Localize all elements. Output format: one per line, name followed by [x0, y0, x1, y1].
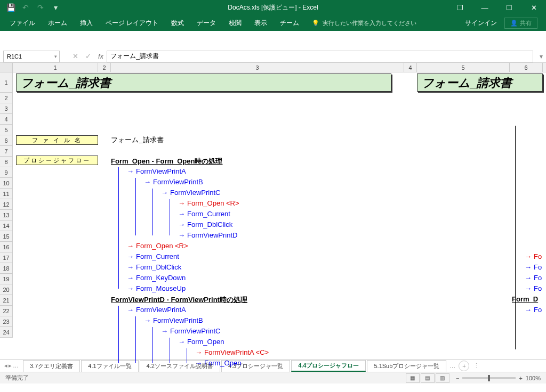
view-pagebreak-button[interactable]: ▥ — [436, 373, 449, 383]
col-header-4[interactable]: 4 — [404, 63, 417, 72]
sheet-tab[interactable]: 3.7クエリ定義書 — [23, 360, 80, 372]
tab-formulas[interactable]: 数式 — [165, 15, 190, 31]
label-filename[interactable]: フ ァ イ ル 名 — [16, 135, 98, 145]
filename-value[interactable]: フォーム_請求書 — [111, 135, 164, 145]
row-header-6[interactable]: 6 — [0, 135, 13, 146]
ribbon-options-button[interactable]: ❐ — [448, 0, 472, 15]
col-header-5[interactable]: 5 — [417, 63, 510, 72]
row-header-2[interactable]: 2 — [0, 93, 13, 103]
label-procflow[interactable]: プロシージャフロー — [16, 156, 98, 165]
tab-data[interactable]: データ — [190, 15, 222, 31]
flow-item[interactable]: →Form_Current — [178, 210, 230, 218]
row-header-3[interactable]: 3 — [0, 103, 13, 114]
row-header-10[interactable]: 10 — [0, 178, 13, 189]
title-cell-1[interactable]: フォーム_請求書 — [16, 74, 391, 92]
row-header-11[interactable]: 11 — [0, 189, 13, 199]
row-header-9[interactable]: 9 — [0, 167, 13, 178]
zoom-out-button[interactable]: − — [456, 375, 459, 381]
col-header-2[interactable]: 2 — [98, 63, 111, 72]
tab-file[interactable]: ファイル — [3, 15, 42, 31]
minimize-button[interactable]: — — [472, 0, 497, 15]
row-header-19[interactable]: 19 — [0, 274, 13, 284]
flow-item[interactable]: →Form_DblClick — [178, 220, 232, 229]
tell-me-search[interactable]: 💡 実行したい作業を入力してください — [312, 19, 416, 27]
flow-item[interactable]: →FormViewPrintA — [127, 306, 186, 314]
row-header-16[interactable]: 16 — [0, 242, 13, 252]
title-cell-2[interactable]: フォーム_請求書 — [417, 74, 543, 92]
tab-home[interactable]: ホーム — [42, 15, 74, 31]
flow-item[interactable]: →FormViewPrintC — [161, 189, 220, 197]
flow-item[interactable]: →Form_KeyDown — [127, 274, 186, 282]
close-button[interactable]: ✕ — [521, 0, 546, 15]
flow-item[interactable]: →Form_Open <R> — [127, 242, 188, 250]
flow-item[interactable]: Form_Open - Form_Open時の処理 — [111, 157, 222, 166]
flow-item[interactable]: →FormViewPrintB — [144, 316, 203, 325]
col-header-6[interactable]: 6 — [510, 63, 543, 72]
zoom-level[interactable]: 100% — [526, 375, 541, 381]
worksheet-area[interactable]: 1 2 3 4 5 6 1234567891011121314151617181… — [0, 63, 546, 359]
maximize-button[interactable]: ☐ — [497, 0, 521, 15]
zoom-slider[interactable] — [462, 377, 516, 379]
tab-nav-prev[interactable]: ▸ — [9, 362, 12, 369]
tab-pagelayout[interactable]: ページ レイアウト — [99, 15, 165, 31]
flow-item[interactable]: →Form_DblClick — [127, 263, 181, 272]
redo-button[interactable]: ↷ — [34, 2, 47, 13]
tabs-overflow[interactable]: … — [449, 363, 455, 369]
expand-formula-button[interactable]: ▾ — [536, 53, 546, 60]
flow-item[interactable]: →Form_Current — [127, 252, 179, 261]
flow-item[interactable]: →Form_MouseUp — [127, 284, 186, 293]
flow-item[interactable]: →FormViewPrintD — [178, 231, 237, 240]
new-sheet-button[interactable]: + — [459, 361, 469, 371]
cancel-formula-button[interactable]: ✕ — [69, 52, 81, 60]
row-header-18[interactable]: 18 — [0, 263, 13, 274]
name-box[interactable]: R1C1 — [3, 51, 60, 62]
flow-item[interactable]: →Fo — [525, 274, 542, 282]
zoom-in-button[interactable]: + — [519, 375, 522, 381]
sheet-tab[interactable]: 4.1ファイル一覧 — [81, 360, 138, 372]
flow-item[interactable]: →Form_Open <R> — [178, 199, 239, 208]
row-header-21[interactable]: 21 — [0, 295, 13, 306]
flow-item[interactable]: →Fo — [525, 284, 542, 293]
tab-insert[interactable]: 挿入 — [74, 15, 99, 31]
qat-more-button[interactable]: ▾ — [49, 2, 62, 13]
share-button[interactable]: 👤 共有 — [504, 18, 537, 29]
row-header-17[interactable]: 17 — [0, 252, 13, 263]
row-header-1[interactable]: 1 — [0, 72, 13, 93]
row-header-13[interactable]: 13 — [0, 210, 13, 220]
save-button[interactable]: 💾 — [4, 2, 17, 13]
row-header-15[interactable]: 15 — [0, 231, 13, 242]
row-header-7[interactable]: 7 — [0, 146, 13, 157]
flow-item[interactable]: →Fo — [525, 263, 542, 272]
fx-icon[interactable]: fx — [98, 52, 103, 60]
flow-item[interactable]: →FormViewPrintB — [144, 178, 203, 186]
sheet-tab[interactable]: 5.1Subプロシージャ一覧 — [367, 360, 446, 372]
flow-item[interactable]: FormViewPrintD - FormViewPrint時の処理 — [111, 295, 247, 305]
row-header-20[interactable]: 20 — [0, 284, 13, 295]
tab-nav-first[interactable]: ◂ — [4, 362, 7, 369]
formula-input[interactable]: フォーム_請求書 — [107, 51, 533, 62]
row-header-23[interactable]: 23 — [0, 316, 13, 327]
tab-view[interactable]: 表示 — [248, 15, 274, 31]
flow-item[interactable]: →Form_Open — [195, 359, 241, 368]
sheet-tab[interactable]: 4.4プロシージャフロー — [291, 360, 366, 372]
row-header-24[interactable]: 24 — [0, 327, 13, 338]
tab-nav-more[interactable]: … — [13, 362, 19, 369]
undo-button[interactable]: ↶ — [19, 2, 32, 13]
tab-review[interactable]: 校閲 — [222, 15, 248, 31]
flow-item[interactable]: →Fo — [525, 252, 542, 261]
col-header-1[interactable]: 1 — [13, 63, 98, 72]
view-normal-button[interactable]: ▦ — [406, 373, 420, 383]
tab-team[interactable]: チーム — [274, 15, 306, 31]
row-header-14[interactable]: 14 — [0, 220, 13, 231]
flow-item[interactable]: →FormViewPrintA <C> — [195, 348, 269, 357]
signin-link[interactable]: サインイン — [465, 19, 497, 28]
flow-item[interactable]: →Form_Open — [178, 338, 224, 346]
row-header-22[interactable]: 22 — [0, 306, 13, 316]
select-all-corner[interactable] — [0, 63, 13, 72]
enter-formula-button[interactable]: ✓ — [82, 52, 94, 60]
flow-item[interactable]: →Fo — [525, 306, 542, 314]
flow-item[interactable]: →FormViewPrintA — [127, 167, 186, 176]
flow-item[interactable]: →FormViewPrintC — [161, 327, 220, 336]
row-header-5[interactable]: 5 — [0, 125, 13, 135]
row-header-12[interactable]: 12 — [0, 199, 13, 210]
